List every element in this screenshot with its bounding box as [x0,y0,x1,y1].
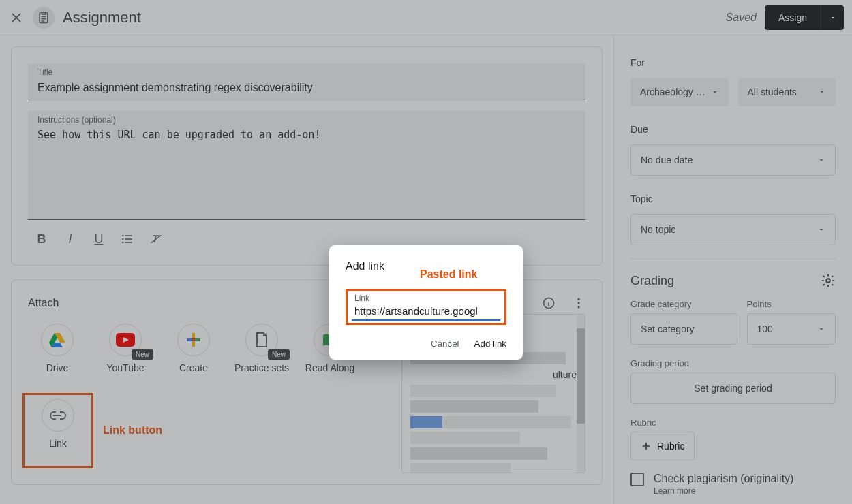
link-field-label: Link [352,294,500,303]
cancel-button[interactable]: Cancel [431,338,459,349]
annotation-pasted-link: Pasted link [420,268,477,281]
link-input[interactable] [352,303,500,321]
add-link-button[interactable]: Add link [474,338,506,349]
add-link-modal: Add link Link Cancel Add link [329,245,523,360]
link-field-highlight: Link [346,289,506,325]
